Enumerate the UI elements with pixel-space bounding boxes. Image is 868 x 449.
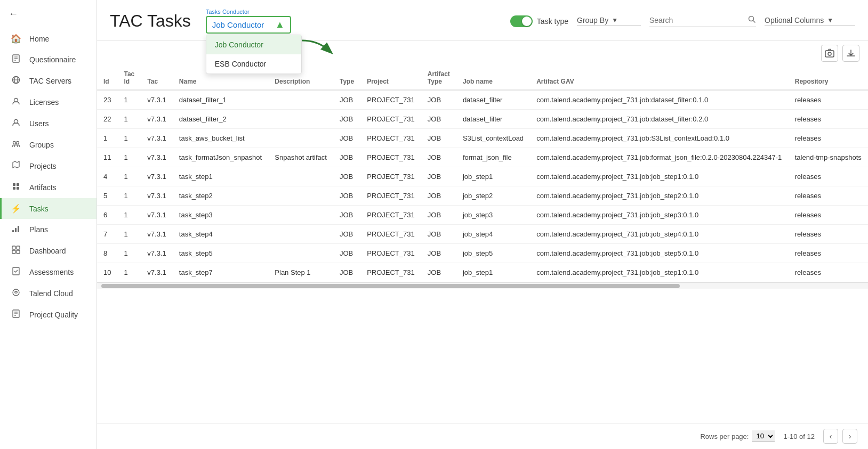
sidebar-item-projects[interactable]: Projects [0,156,97,177]
table-cell: 1 [118,148,141,167]
table-cell: task_step4 [173,225,269,244]
sidebar-item-users[interactable]: Users [0,113,97,134]
table-cell: task_step2 [173,186,269,206]
col-header-artifact-gav: Artifact GAV [530,66,789,90]
svg-rect-31 [825,51,834,57]
conductor-label: Tasks Conductor [206,9,291,15]
table-cell: JOB [421,167,456,186]
table-cell: releases [789,206,868,225]
table-cell: job_step1 [456,167,530,186]
table-cell: com.talend.academy.project_731.job:job_s… [530,244,789,263]
table-cell: v7.3.1 [141,90,172,110]
page-nav: ‹ › [823,429,857,444]
download-icon-btn[interactable] [842,45,859,62]
table-cell: 7 [97,225,118,244]
table-cell: JOB [421,225,456,244]
sidebar-item-artifacts[interactable]: Artifacts [0,177,97,198]
dropdown-item-esb-conductor[interactable]: ESB Conductor [206,54,301,74]
sidebar-item-label: Talend Cloud [29,289,73,298]
toggle-knob [522,17,532,26]
sidebar-item-tac-servers[interactable]: TAC Servers [0,70,97,92]
table-cell: job_step1 [456,263,530,282]
camera-icon-btn[interactable] [821,45,838,62]
sidebar-item-plans[interactable]: Plans [0,219,97,240]
table-cell: JOB [333,90,360,110]
table-row[interactable]: 221v7.3.1dataset_filter_2JOBPROJECT_731J… [97,110,868,129]
dashboard-icon [10,246,22,256]
table-cell: v7.3.1 [141,186,172,206]
sidebar-item-label: Plans [29,225,48,234]
sidebar-item-groups[interactable]: Groups [0,134,97,156]
table-cell: 10 [97,263,118,282]
table-cell [268,129,333,148]
next-page-button[interactable]: › [842,429,857,444]
group-by-text: Group By [577,16,608,25]
col-header-id: Id [97,66,118,90]
table-cell: JOB [421,186,456,206]
sidebar-item-dashboard[interactable]: Dashboard [0,240,97,262]
table-cell: 6 [97,206,118,225]
table-row[interactable]: 11v7.3.1task_aws_bucket_listJOBPROJECT_7… [97,129,868,148]
table-cell [268,186,333,206]
table-cell: PROJECT_731 [360,186,421,206]
table-cell: releases [789,225,868,244]
table-cell: Plan Step 1 [268,263,333,282]
svg-rect-12 [17,183,19,186]
table-row[interactable]: 71v7.3.1task_step4JOBPROJECT_731JOBjob_s… [97,225,868,244]
table-cell: 1 [118,225,141,244]
table-row[interactable]: 231v7.3.1dataset_filter_1JOBPROJECT_731J… [97,90,868,110]
toggle-switch[interactable] [510,15,533,27]
conductor-dropdown[interactable]: Job Conductor ▲ [206,16,291,34]
table-body: 231v7.3.1dataset_filter_1JOBPROJECT_731J… [97,90,868,282]
table-cell: job_step2 [456,186,530,206]
table-row[interactable]: 41v7.3.1task_step1JOBPROJECT_731JOBjob_s… [97,167,868,186]
table-cell: JOB [333,167,360,186]
prev-page-button[interactable]: ‹ [823,429,838,444]
table-row[interactable]: 101v7.3.1task_step7Plan Step 1JOBPROJECT… [97,263,868,282]
sidebar-item-questionnaire[interactable]: Questionnaire [0,49,97,70]
table-cell: 1 [118,129,141,148]
col-header-job-name: Job name [456,66,530,90]
dropdown-item-job-conductor[interactable]: Job Conductor [206,35,301,54]
table-cell: com.talend.academy.project_731.job:job_s… [530,225,789,244]
table-cell: 1 [97,129,118,148]
sidebar-toggle[interactable]: ← [0,4,97,28]
table-cell: releases [789,263,868,282]
table-cell: job_step5 [456,244,530,263]
sidebar-item-licenses[interactable]: Licenses [0,92,97,113]
talend-cloud-icon [10,288,22,299]
sidebar-item-tasks[interactable]: ⚡ Tasks [0,198,97,219]
sidebar-item-project-quality[interactable]: Project Quality [0,304,97,325]
table-cell: 23 [97,90,118,110]
svg-rect-16 [15,228,17,232]
header: TAC Tasks Tasks Conductor Job Conductor … [97,0,868,40]
table-cell: JOB [333,263,360,282]
sidebar-item-talend-cloud[interactable]: Talend Cloud [0,283,97,304]
table-cell: task_step3 [173,206,269,225]
home-icon: 🏠 [10,34,22,44]
sidebar-item-home[interactable]: 🏠 Home [0,28,97,49]
table-cell: JOB [421,129,456,148]
col-header-tac-id: TacId [118,66,141,90]
table-row[interactable]: 51v7.3.1task_step2JOBPROJECT_731JOBjob_s… [97,186,868,206]
search-input[interactable] [649,15,748,26]
assessments-icon [10,267,22,277]
sidebar-item-label: Projects [29,162,57,170]
optional-columns-selector[interactable]: Optional Columns ▼ [765,16,855,26]
rows-per-page-select[interactable]: 10 25 50 [752,430,775,442]
projects-icon [10,161,22,172]
table-row[interactable]: 61v7.3.1task_step3JOBPROJECT_731JOBjob_s… [97,206,868,225]
table-row[interactable]: 111v7.3.1task_formatJson_snpashotSnpasho… [97,148,868,167]
table-cell: format_json_file [456,148,530,167]
group-by-selector[interactable]: Group By ▼ [577,16,641,26]
col-header-tac: Tac [141,66,172,90]
sidebar-item-label: TAC Servers [29,77,71,85]
table-cell: com.talend.academy.project_731.job:forma… [530,148,789,167]
table-row[interactable]: 81v7.3.1task_step5JOBPROJECT_731JOBjob_s… [97,244,868,263]
table-area[interactable]: Id TacId Tac Name Description Type Proje… [97,40,868,423]
horizontal-scrollbar[interactable] [97,282,868,289]
sidebar-item-assessments[interactable]: Assessments [0,262,97,283]
scroll-bar-thumb [101,284,680,288]
table-cell: 8 [97,244,118,263]
table-cell: JOB [421,148,456,167]
